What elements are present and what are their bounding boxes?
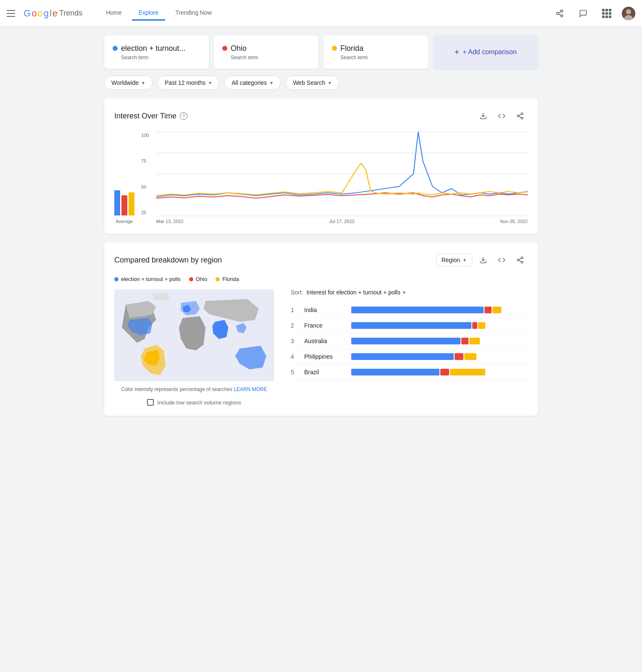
term-dot-1 — [113, 46, 118, 51]
iot-title: Interest Over Time ? — [114, 112, 187, 121]
region-item-2[interactable]: 2 France — [291, 318, 528, 333]
term-dot-3 — [332, 46, 337, 51]
x-label-1: Mar 13, 2022 — [156, 219, 184, 224]
iot-download-btn[interactable] — [476, 108, 491, 123]
legend-bars — [114, 190, 134, 215]
region-bar-2 — [351, 322, 528, 329]
geo-filter[interactable]: Worldwide ▼ — [104, 76, 153, 90]
term-card-3[interactable]: Florida Search term — [324, 35, 428, 69]
hamburger-menu[interactable] — [7, 8, 17, 18]
iot-title-text: Interest Over Time — [114, 112, 176, 121]
type-filter-label: Web Search — [293, 79, 325, 86]
region-share-icon — [516, 256, 524, 264]
region-bar-red-2 — [472, 322, 478, 329]
category-filter[interactable]: All categories ▼ — [224, 76, 281, 90]
region-name-5: Brazil — [304, 369, 346, 375]
feedback-button[interactable] — [575, 5, 592, 22]
filters-row: Worldwide ▼ Past 12 months ▼ All categor… — [104, 76, 538, 90]
nav-explore[interactable]: Explore — [132, 6, 165, 21]
region-bar-yellow-4 — [464, 353, 476, 360]
region-bar-1 — [351, 307, 528, 313]
svg-point-10 — [517, 115, 519, 117]
iot-embed-btn[interactable] — [494, 108, 509, 123]
region-item-1[interactable]: 1 India — [291, 302, 528, 318]
region-name-3: Australia — [304, 338, 346, 344]
google-trends-logo: Google Trends — [24, 8, 82, 19]
y-label-100: 100 — [141, 133, 149, 138]
x-labels: Mar 13, 2022 Jul 17, 2022 Nov 20, 2022 — [141, 219, 528, 224]
region-bar-blue-4 — [351, 353, 454, 360]
breakdown-body: Color intensity represents percentage of… — [114, 289, 528, 406]
sort-dropdown[interactable]: Interest for election + turnout + polls … — [307, 289, 406, 296]
main-nav: Home Explore Trending Now — [99, 6, 218, 21]
region-name-1: India — [304, 307, 346, 313]
region-bar-yellow-5 — [450, 369, 485, 375]
nav-trending[interactable]: Trending Now — [168, 6, 218, 21]
sort-dropdown-arrow: ▼ — [402, 290, 406, 295]
svg-line-23 — [519, 260, 521, 262]
region-embed-icon — [498, 256, 505, 264]
region-card-header: Compared breakdown by region Region ▼ — [114, 252, 528, 268]
geo-filter-label: Worldwide — [111, 79, 139, 86]
user-avatar[interactable] — [622, 7, 635, 20]
svg-line-3 — [558, 14, 561, 15]
share-button[interactable] — [551, 5, 568, 22]
sort-row: Sort: Interest for election + turnout + … — [291, 289, 528, 296]
iot-info-icon[interactable]: ? — [180, 112, 187, 120]
region-list: Sort: Interest for election + turnout + … — [291, 289, 528, 406]
term-type-1: Search term — [121, 55, 200, 60]
iot-actions — [476, 108, 528, 123]
region-breakdown-card: Compared breakdown by region Region ▼ — [104, 242, 538, 416]
header-right — [551, 5, 635, 22]
legend-dot-yellow — [216, 277, 220, 281]
region-bar-blue-2 — [351, 322, 471, 329]
region-dropdown-arrow: ▼ — [463, 258, 467, 262]
interest-over-time-card: Interest Over Time ? — [104, 98, 538, 234]
term-type-2: Search term — [231, 55, 310, 60]
map-note: Color intensity represents percentage of… — [121, 386, 267, 392]
region-download-btn[interactable] — [476, 252, 491, 268]
sort-label: Sort: — [291, 289, 303, 296]
term-card-1[interactable]: election + turnout... Search term — [104, 35, 209, 69]
region-dropdown-label: Region — [442, 257, 460, 263]
region-rank-2: 2 — [291, 322, 299, 329]
iot-card-header: Interest Over Time ? — [114, 108, 528, 123]
sort-value: Interest for election + turnout + polls — [307, 289, 400, 296]
legend-bar-red — [121, 195, 127, 215]
region-share-btn[interactable] — [513, 252, 528, 268]
legend-item-yellow: Florida — [216, 276, 239, 282]
svg-line-24 — [519, 258, 521, 260]
nav-home[interactable]: Home — [99, 6, 128, 21]
avatar-image — [622, 7, 635, 20]
legend-item-red: Ohio — [189, 276, 207, 282]
term-card-2[interactable]: Ohio Search term — [214, 35, 318, 69]
region-bar-4 — [351, 353, 528, 360]
svg-point-21 — [517, 259, 519, 261]
type-filter[interactable]: Web Search ▼ — [286, 76, 339, 90]
region-bar-red-3 — [461, 338, 468, 344]
low-volume-checkbox[interactable] — [147, 399, 154, 406]
grid-icon — [602, 9, 611, 18]
svg-point-2 — [561, 15, 563, 17]
region-bar-red-5 — [440, 369, 449, 375]
chart-area: Average 100 75 50 25 — [114, 132, 528, 224]
region-item-5[interactable]: 5 Brazil — [291, 365, 528, 380]
add-comparison-button[interactable]: + + Add comparison — [433, 35, 538, 69]
world-map-svg — [114, 289, 274, 381]
iot-share-btn[interactable] — [513, 108, 528, 123]
region-rank-3: 3 — [291, 338, 299, 344]
apps-button[interactable] — [598, 5, 615, 22]
checkbox-row: Include low search volume regions — [147, 399, 241, 406]
region-embed-btn[interactable] — [494, 252, 509, 268]
time-filter[interactable]: Past 12 months ▼ — [158, 76, 219, 90]
learn-more-link[interactable]: LEARN MORE — [234, 386, 267, 392]
region-download-icon — [479, 256, 487, 264]
region-dropdown[interactable]: Region ▼ — [436, 254, 472, 266]
term-type-3: Search term — [340, 55, 420, 60]
region-item-4[interactable]: 4 Philippines — [291, 349, 528, 365]
geo-filter-arrow: ▼ — [141, 81, 145, 85]
region-bar-blue-1 — [351, 307, 484, 313]
type-filter-arrow: ▼ — [328, 81, 332, 85]
add-icon: + — [454, 47, 459, 57]
region-item-3[interactable]: 3 Australia — [291, 333, 528, 349]
